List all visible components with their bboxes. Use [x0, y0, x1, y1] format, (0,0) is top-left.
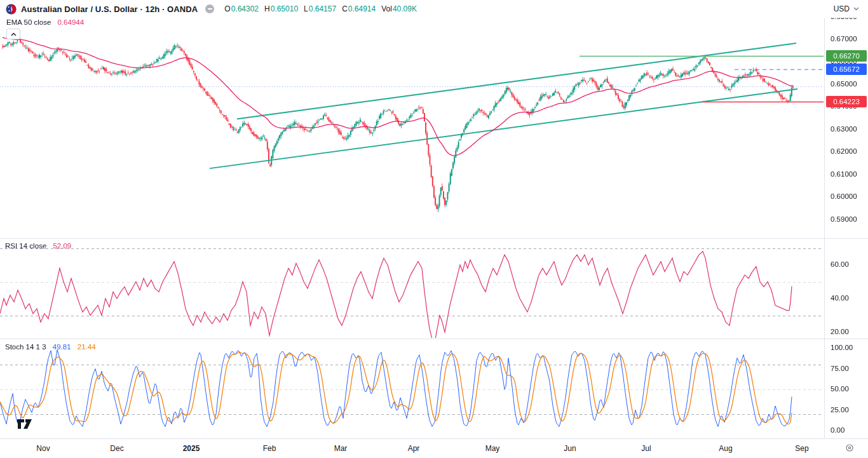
tradingview-chart-app: Australian Dollar / U.S. Dollar · 12h · …: [0, 0, 868, 458]
time-axis-label: Dec: [110, 444, 123, 453]
time-axis-label: Mar: [334, 444, 348, 453]
low-value: 0.64157: [309, 4, 336, 13]
volume-label: Vol: [381, 4, 392, 13]
aud-usd-flag-icon: [6, 4, 17, 15]
ohlc-readout: O0.64302 H0.65010 L0.64157 C0.64914 Vol4…: [224, 4, 417, 13]
price-axis[interactable]: 0.680000.670000.660000.650000.640000.630…: [824, 18, 868, 438]
stoch-d-value: 21.44: [78, 343, 96, 351]
rsi-axis-label: 60.00: [831, 260, 849, 268]
chart-canvas[interactable]: [0, 0, 868, 458]
chevron-up-icon: [11, 32, 17, 36]
stoch-axis-label: 50.00: [831, 385, 849, 393]
time-axis-label: Apr: [408, 444, 420, 453]
price-axis-label: 0.67000: [831, 35, 857, 43]
close-label: C: [342, 4, 348, 13]
open-label: O: [224, 4, 230, 13]
rsi-axis-label: 40.00: [831, 294, 849, 302]
time-axis[interactable]: NovDec2025FebMarAprMayJunJulAugSep: [0, 438, 868, 458]
price-axis-label: 0.65000: [831, 80, 857, 88]
pane-collapse-button[interactable]: [6, 29, 20, 39]
symbol-title[interactable]: Australian Dollar / U.S. Dollar · 12h · …: [21, 4, 198, 14]
price-level-badge[interactable]: 0.66270: [826, 50, 867, 62]
time-axis-label: Sep: [795, 444, 808, 453]
time-axis-label: Nov: [36, 444, 50, 453]
chart-header: Australian Dollar / U.S. Dollar · 12h · …: [0, 0, 868, 18]
market-status-minus-icon[interactable]: [205, 4, 214, 13]
rsi-legend[interactable]: RSI 14 close 52.09: [5, 242, 71, 250]
ema-legend-value: 0.64944: [58, 18, 85, 26]
ema-legend[interactable]: EMA 50 close 0.64944: [6, 18, 84, 26]
price-axis-label: 0.60000: [831, 192, 857, 200]
price-level-badge[interactable]: 0.64223: [826, 96, 867, 107]
stoch-axis-label: 0.00: [831, 426, 844, 434]
stoch-axis-label: 25.00: [831, 406, 849, 414]
close-value: 0.64914: [348, 4, 376, 13]
time-axis-label: Jul: [641, 444, 651, 453]
low-label: L: [304, 4, 308, 13]
price-axis-label: 0.63000: [831, 125, 857, 133]
open-value: 0.64302: [231, 4, 259, 13]
time-axis-label: May: [485, 444, 500, 453]
time-axis-label: Feb: [263, 444, 276, 453]
rsi-axis-label: 20.00: [831, 328, 849, 335]
high-label: H: [264, 4, 270, 13]
price-level-badge[interactable]: 0.65672: [826, 64, 867, 75]
price-axis-label: 0.59000: [831, 215, 857, 223]
stoch-axis-label: 75.00: [831, 365, 849, 372]
price-axis-label: 0.61000: [831, 170, 857, 178]
ema-legend-name: EMA 50 close: [6, 18, 51, 26]
rsi-legend-value: 52.09: [53, 242, 71, 250]
volume-value: 40.09K: [393, 4, 417, 13]
stoch-legend-name: Stoch 14 1 3: [5, 343, 46, 351]
time-axis-label: Jun: [564, 444, 576, 453]
tradingview-logo[interactable]: [17, 418, 37, 430]
rsi-legend-name: RSI 14 close: [5, 242, 46, 250]
high-value: 0.65010: [271, 4, 298, 13]
currency-dropdown-label: USD: [834, 4, 850, 13]
currency-dropdown-button[interactable]: USD: [831, 3, 862, 15]
stoch-legend[interactable]: Stoch 14 1 3 49.81 21.44: [5, 343, 96, 351]
time-axis-label: Aug: [719, 444, 732, 453]
chevron-down-icon: [853, 7, 859, 11]
stoch-k-value: 49.81: [53, 343, 71, 351]
time-axis-label: 2025: [183, 444, 200, 453]
price-axis-label: 0.62000: [831, 147, 857, 155]
stoch-axis-label: 100.00: [831, 344, 853, 351]
timezone-settings-icon[interactable]: [845, 443, 854, 452]
